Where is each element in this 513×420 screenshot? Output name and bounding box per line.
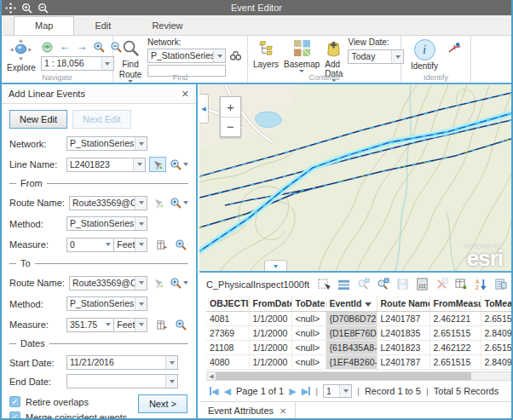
- table-cell[interactable]: {D70B6D72-3: [326, 312, 377, 326]
- column-header[interactable]: ToDate: [291, 296, 326, 312]
- from-measure-zoom-icon[interactable]: [173, 237, 188, 252]
- table-cell[interactable]: L2401787: [377, 312, 429, 326]
- table-cell[interactable]: 2.6515: [481, 312, 511, 326]
- checkbox-checked-icon[interactable]: ✓: [9, 411, 20, 420]
- to-unit-combobox[interactable]: Feet: [113, 318, 147, 332]
- table-cell[interactable]: 2.6515: [481, 341, 511, 355]
- map-zoom-out-button[interactable]: −: [221, 118, 240, 137]
- zoom-options-caret-icon[interactable]: [183, 163, 188, 166]
- table-cell[interactable]: 2.8409: [481, 355, 511, 370]
- table-cell[interactable]: 4081: [206, 312, 249, 326]
- collapse-panel-left-button[interactable]: ◀: [199, 94, 209, 124]
- to-route-name-combobox[interactable]: Route33569@Centi: [69, 276, 147, 291]
- binoculars-icon[interactable]: [228, 49, 242, 63]
- new-edit-button[interactable]: New Edit: [9, 110, 67, 129]
- table-cell[interactable]: 2.462121: [429, 312, 481, 326]
- to-measure-combobox[interactable]: 351.75: [66, 318, 113, 332]
- zoom-in-map-icon[interactable]: [92, 40, 106, 54]
- from-select-route-on-map-icon[interactable]: [151, 195, 166, 210]
- identify-route-icon[interactable]: [447, 41, 461, 55]
- scrollbar-thumb[interactable]: [216, 372, 471, 380]
- select-line-on-map-icon[interactable]: [149, 157, 166, 172]
- next-extent-icon[interactable]: →: [75, 40, 89, 54]
- table-cell[interactable]: 1/1/2000: [249, 312, 291, 326]
- show-selected-records-icon[interactable]: [337, 278, 350, 291]
- find-route-button[interactable]: Find Route: [118, 37, 142, 72]
- save-edits-icon[interactable]: [395, 278, 409, 291]
- from-unit-combobox[interactable]: Feet: [113, 238, 147, 252]
- table-cell[interactable]: <null>: [291, 326, 326, 341]
- table-cell[interactable]: {1EF4B260-F: [326, 355, 377, 370]
- close-tab-icon[interactable]: ✕: [280, 406, 286, 416]
- explore-button[interactable]: Explore: [7, 37, 36, 72]
- to-zoom-to-route-button[interactable]: [170, 277, 188, 289]
- table-cell[interactable]: L2401787: [377, 355, 429, 370]
- column-header[interactable]: FromDate: [249, 296, 291, 312]
- table-cell[interactable]: 21108: [206, 341, 249, 355]
- page-number-combobox[interactable]: 1: [323, 384, 352, 398]
- table-cell[interactable]: 2.651515: [429, 326, 481, 341]
- table-row[interactable]: 40801/1/2000<null>{1EF4B260-FL24017872.6…: [206, 355, 511, 370]
- field-calculator-icon[interactable]: [415, 278, 429, 291]
- table-cell[interactable]: 2.462122: [429, 341, 481, 355]
- add-data-button[interactable]: Add Data: [325, 37, 343, 72]
- column-header[interactable]: Route Name: [377, 296, 429, 312]
- column-header[interactable]: EventId: [326, 296, 377, 312]
- pan-to-selection-icon[interactable]: [376, 278, 389, 291]
- line-name-combobox[interactable]: L2401823: [66, 158, 146, 172]
- to-select-route-on-map-icon[interactable]: [151, 275, 166, 291]
- prev-page-button[interactable]: ◀: [223, 387, 230, 396]
- table-cell[interactable]: 2.8409: [481, 326, 511, 341]
- table-cell[interactable]: 1/1/2000: [249, 326, 291, 341]
- from-route-name-combobox[interactable]: Route33569@Centi: [69, 196, 147, 210]
- view-date-combobox[interactable]: Today: [348, 49, 404, 64]
- zoom-to-line-button[interactable]: [170, 158, 188, 170]
- column-header[interactable]: FromMeasure: [429, 296, 481, 312]
- tab-event-attributes[interactable]: Event Attributes ✕: [199, 402, 296, 420]
- basemap-button[interactable]: Basemap: [284, 37, 320, 72]
- table-cell[interactable]: 2.651515: [429, 355, 481, 370]
- last-page-button[interactable]: ▶: [302, 387, 310, 396]
- to-method-combobox[interactable]: P_StationSeries: [66, 296, 147, 311]
- attribute-report-icon[interactable]: [493, 278, 507, 291]
- checkbox-checked-icon[interactable]: ✓: [9, 396, 20, 407]
- map-scale-combobox[interactable]: 1 : 18,056: [41, 56, 114, 71]
- table-cell[interactable]: <null>: [291, 312, 326, 326]
- from-measure-table-icon[interactable]: [154, 237, 170, 252]
- add-records-icon[interactable]: [454, 278, 468, 291]
- map-view[interactable]: + − ◀ ▼ POWERED BY esri: [199, 84, 511, 271]
- table-cell[interactable]: 4080: [206, 355, 249, 370]
- table-cell[interactable]: 1/1/2000: [249, 341, 291, 355]
- next-edit-button[interactable]: Next Edit: [72, 110, 131, 129]
- next-page-button[interactable]: ▶: [289, 387, 296, 396]
- table-cell[interactable]: {61B435A8-3: [326, 341, 377, 355]
- start-date-combobox[interactable]: 11/21/2016: [66, 355, 178, 370]
- zoom-to-selection-icon[interactable]: [356, 278, 370, 291]
- identify-button[interactable]: i Identify: [406, 37, 442, 72]
- table-cell[interactable]: <null>: [291, 341, 326, 355]
- table-cell[interactable]: L2401823: [377, 341, 429, 355]
- table-row[interactable]: 211081/1/2000<null>{61B435A8-3L24018232.…: [206, 341, 511, 355]
- network-combobox[interactable]: P_StationSeries: [66, 136, 147, 151]
- from-method-combobox[interactable]: P_StationSeries: [66, 216, 147, 231]
- next-button[interactable]: Next >: [138, 394, 187, 413]
- layers-button[interactable]: Layers: [253, 37, 279, 72]
- column-header[interactable]: ToMea: [481, 296, 511, 312]
- table-row[interactable]: 273691/1/2000<null>{D1E8F76D-FL24018352.…: [206, 326, 511, 341]
- find-network-combobox[interactable]: P_StationSeries: [147, 49, 226, 63]
- from-zoom-to-route-button[interactable]: [170, 197, 188, 209]
- end-date-combobox[interactable]: [66, 374, 178, 388]
- from-measure-combobox[interactable]: 0: [66, 238, 113, 252]
- table-cell[interactable]: {D1E8F76D-F: [326, 326, 377, 341]
- table-cell[interactable]: 27369: [206, 326, 249, 341]
- sort-records-icon[interactable]: AZ: [474, 278, 487, 291]
- tab-map[interactable]: Map: [14, 16, 74, 35]
- to-measure-zoom-icon[interactable]: [173, 317, 188, 332]
- delete-selected-icon[interactable]: [435, 278, 448, 291]
- tab-edit[interactable]: Edit: [74, 17, 131, 35]
- tab-review[interactable]: Review: [131, 17, 203, 35]
- table-cell[interactable]: <null>: [291, 355, 326, 370]
- full-extent-icon[interactable]: [41, 40, 55, 54]
- first-page-button[interactable]: ◀: [210, 387, 218, 396]
- to-measure-table-icon[interactable]: [154, 317, 170, 332]
